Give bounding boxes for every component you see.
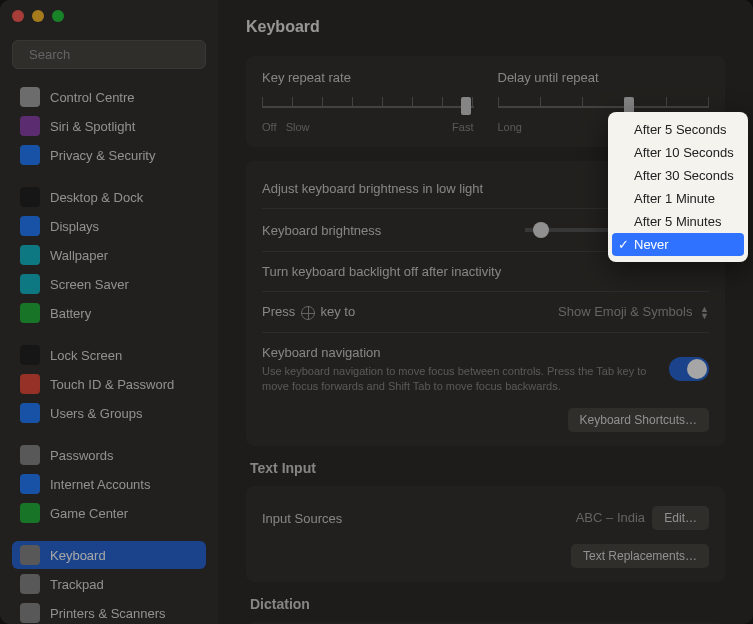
text-replacements-button[interactable]: Text Replacements… (571, 544, 709, 568)
delay-repeat-label: Delay until repeat (498, 70, 710, 85)
sidebar-item-label: Control Centre (50, 90, 135, 105)
adjust-brightness-label: Adjust keyboard brightness in low light (262, 181, 483, 196)
main-content: Keyboard Key repeat rate Off Slow Fast D… (218, 0, 753, 624)
sidebar-item-label: Passwords (50, 448, 114, 463)
sidebar-item-trackpad[interactable]: Trackpad (12, 570, 206, 598)
text-input-title: Text Input (250, 460, 725, 476)
sidebar-item-label: Screen Saver (50, 277, 129, 292)
sidebar-icon (20, 116, 40, 136)
sidebar-icon (20, 187, 40, 207)
sidebar-icon (20, 87, 40, 107)
sidebar-item-printers-scanners[interactable]: Printers & Scanners (12, 599, 206, 624)
sidebar-icon (20, 374, 40, 394)
search-input[interactable] (29, 47, 197, 62)
search-box[interactable] (12, 40, 206, 69)
sidebar-item-label: Battery (50, 306, 91, 321)
sidebar-icon (20, 574, 40, 594)
sidebar-item-label: Displays (50, 219, 99, 234)
sidebar-item-passwords[interactable]: Passwords (12, 441, 206, 469)
sidebar-item-control-centre[interactable]: Control Centre (12, 83, 206, 111)
globe-icon (301, 306, 315, 320)
sidebar-item-label: Game Center (50, 506, 128, 521)
sidebar-item-internet-accounts[interactable]: Internet Accounts (12, 470, 206, 498)
sidebar-item-label: Internet Accounts (50, 477, 150, 492)
sidebar-icon (20, 503, 40, 523)
key-repeat-label: Key repeat rate (262, 70, 474, 85)
sidebar-item-label: Touch ID & Password (50, 377, 174, 392)
sidebar-item-desktop-dock[interactable]: Desktop & Dock (12, 183, 206, 211)
sidebar-icon (20, 345, 40, 365)
sidebar-icon (20, 145, 40, 165)
sidebar-icon (20, 245, 40, 265)
sidebar-icon (20, 303, 40, 323)
sidebar-item-screen-saver[interactable]: Screen Saver (12, 270, 206, 298)
sidebar-item-label: Privacy & Security (50, 148, 155, 163)
sidebar-icon (20, 274, 40, 294)
sidebar-item-game-center[interactable]: Game Center (12, 499, 206, 527)
sidebar-item-keyboard[interactable]: Keyboard (12, 541, 206, 569)
traffic-lights (12, 10, 206, 22)
dropdown-option[interactable]: After 1 Minute (612, 187, 744, 210)
keyboard-nav-label: Keyboard navigation (262, 345, 669, 360)
dropdown-option[interactable]: After 5 Minutes (612, 210, 744, 233)
sidebar-item-battery[interactable]: Battery (12, 299, 206, 327)
sidebar-item-label: Desktop & Dock (50, 190, 143, 205)
check-icon: ✓ (618, 237, 629, 252)
sidebar-item-label: Printers & Scanners (50, 606, 166, 621)
edit-input-sources-button[interactable]: Edit… (652, 506, 709, 530)
minimize-window[interactable] (32, 10, 44, 22)
sidebar-item-label: Trackpad (50, 577, 104, 592)
keyboard-nav-toggle[interactable] (669, 357, 709, 381)
dictation-title: Dictation (250, 596, 725, 612)
sidebar-icon (20, 545, 40, 565)
keyboard-shortcuts-button[interactable]: Keyboard Shortcuts… (568, 408, 709, 432)
sidebar-icon (20, 403, 40, 423)
sidebar-item-privacy-security[interactable]: Privacy & Security (12, 141, 206, 169)
sidebar-item-users-groups[interactable]: Users & Groups (12, 399, 206, 427)
sidebar-item-touch-id-password[interactable]: Touch ID & Password (12, 370, 206, 398)
sidebar-item-wallpaper[interactable]: Wallpaper (12, 241, 206, 269)
sidebar-item-siri-spotlight[interactable]: Siri & Spotlight (12, 112, 206, 140)
press-key-value[interactable]: Show Emoji & Symbols ▲▼ (558, 304, 709, 320)
sidebar-item-label: Users & Groups (50, 406, 142, 421)
sidebar-item-label: Wallpaper (50, 248, 108, 263)
page-title: Keyboard (246, 18, 725, 36)
sidebar: Control CentreSiri & SpotlightPrivacy & … (0, 0, 218, 624)
sidebar-icon (20, 216, 40, 236)
dropdown-option[interactable]: After 5 Seconds (612, 118, 744, 141)
sidebar-item-label: Lock Screen (50, 348, 122, 363)
sidebar-icon (20, 603, 40, 623)
sidebar-icon (20, 445, 40, 465)
maximize-window[interactable] (52, 10, 64, 22)
backlight-timeout-dropdown[interactable]: After 5 SecondsAfter 10 SecondsAfter 30 … (608, 112, 748, 262)
input-sources-value: ABC – India (576, 510, 645, 525)
input-sources-label: Input Sources (262, 511, 342, 526)
sidebar-item-displays[interactable]: Displays (12, 212, 206, 240)
text-input-section: Input Sources ABC – India Edit… Text Rep… (246, 486, 725, 582)
sidebar-item-label: Keyboard (50, 548, 106, 563)
keyboard-nav-desc: Use keyboard navigation to move focus be… (262, 364, 669, 395)
sidebar-icon (20, 474, 40, 494)
backlight-off-label: Turn keyboard backlight off after inacti… (262, 264, 501, 279)
key-repeat-slider[interactable] (262, 97, 474, 117)
dropdown-option[interactable]: After 10 Seconds (612, 141, 744, 164)
brightness-label: Keyboard brightness (262, 223, 381, 238)
close-window[interactable] (12, 10, 24, 22)
sidebar-item-label: Siri & Spotlight (50, 119, 135, 134)
dropdown-option[interactable]: ✓Never (612, 233, 744, 256)
sidebar-item-lock-screen[interactable]: Lock Screen (12, 341, 206, 369)
dropdown-option[interactable]: After 30 Seconds (612, 164, 744, 187)
press-key-label: Press key to (262, 304, 355, 320)
chevron-up-down-icon: ▲▼ (700, 306, 709, 320)
